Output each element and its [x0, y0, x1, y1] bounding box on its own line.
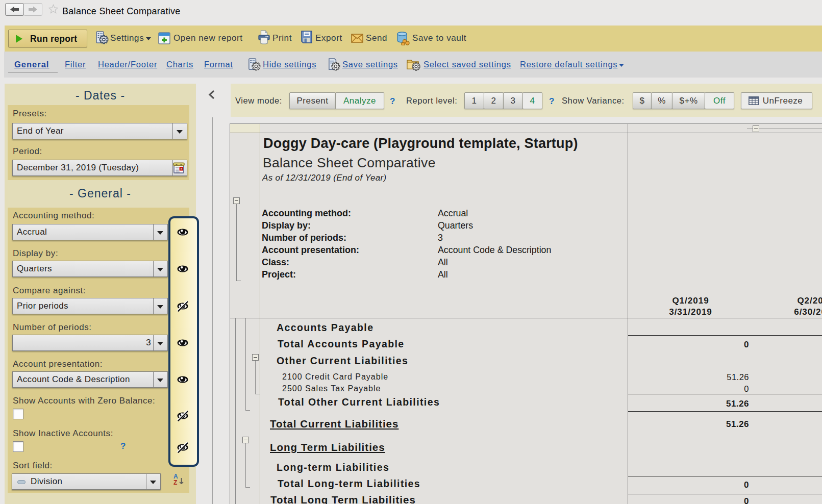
- svg-text:Z: Z: [173, 479, 177, 486]
